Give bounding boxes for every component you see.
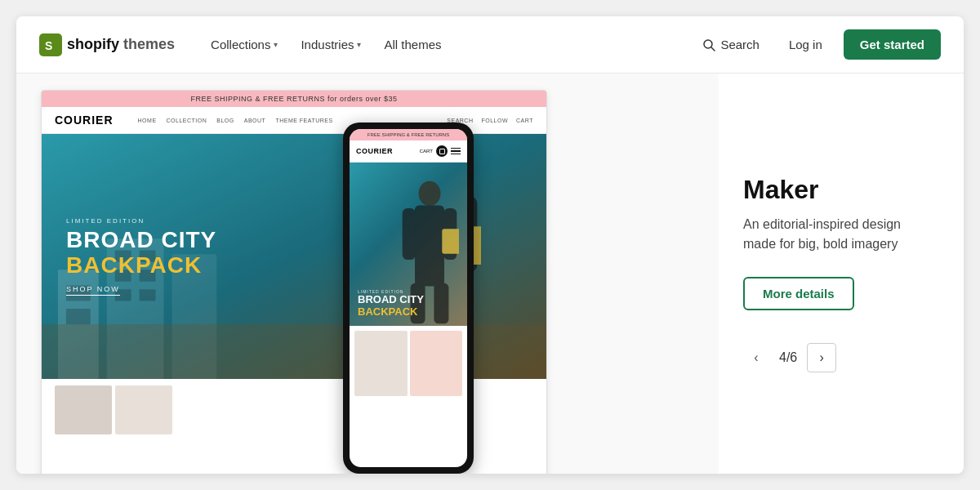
theme-description: An editorial-inspired design made for bi… — [743, 215, 931, 254]
mobile-edition-label: LIMITED EDITION — [358, 289, 424, 294]
theme-info-panel: Maker An editorial-inspired design made … — [719, 74, 964, 474]
pagination-prev-button[interactable]: ‹ — [743, 345, 769, 371]
search-icon — [702, 38, 715, 51]
svg-rect-29 — [434, 283, 448, 324]
mobile-hero: LIMITED EDITION BROAD CITY BACKPACK — [350, 163, 467, 326]
hero-edition-label: LIMITED EDITION — [66, 217, 216, 225]
mobile-banner: FREE SHIPPING & FREE RETURNS — [350, 129, 467, 140]
courier-logo: COURIER — [55, 114, 114, 127]
main-card: S shopify themes Collections ▾ Industrie… — [16, 16, 964, 474]
login-button[interactable]: Log in — [781, 33, 831, 56]
hero-shop-now[interactable]: SHOP NOW — [66, 285, 120, 296]
industries-nav-item[interactable]: Industries ▾ — [291, 31, 371, 58]
svg-rect-26 — [403, 208, 416, 260]
mobile-products-strip — [350, 326, 467, 401]
nav-links: Collections ▾ Industries ▾ All themes — [201, 31, 694, 58]
mobile-cart-circle — [436, 145, 448, 157]
mobile-screen: FREE SHIPPING & FREE RETURNS COURIER CAR… — [350, 129, 467, 467]
mobile-hero-text: LIMITED EDITION BROAD CITY BACKPACK — [358, 289, 424, 318]
navbar: S shopify themes Collections ▾ Industrie… — [16, 16, 964, 74]
nav-actions: Search Log in Get started — [694, 29, 941, 60]
industries-chevron-icon: ▾ — [357, 40, 361, 49]
svg-rect-25 — [415, 205, 444, 286]
main-content: FREE SHIPPING & FREE RETURNS for orders … — [16, 74, 964, 474]
pagination-info: 4/6 — [779, 350, 797, 365]
hero-product-title: BROAD CITY BACKPACK — [66, 228, 216, 278]
search-button[interactable]: Search — [694, 33, 768, 56]
brand-logo[interactable]: S shopify themes — [39, 33, 175, 56]
all-themes-nav-item[interactable]: All themes — [374, 31, 451, 58]
mobile-menu-icon[interactable] — [451, 148, 461, 155]
pagination-next-button[interactable]: › — [807, 343, 836, 372]
mobile-nav-right: CART — [420, 145, 461, 157]
svg-rect-30 — [442, 229, 459, 254]
pagination: ‹ 4/6 › — [743, 343, 931, 372]
get-started-button[interactable]: Get started — [844, 29, 941, 60]
product-thumb-2 — [115, 385, 172, 434]
mobile-courier-logo: COURIER — [356, 147, 393, 155]
courier-banner: FREE SHIPPING & FREE RETURNS for orders … — [42, 91, 546, 107]
mobile-product-title: BROAD CITY BACKPACK — [358, 294, 424, 318]
more-details-button[interactable]: More details — [743, 277, 854, 310]
collections-nav-item[interactable]: Collections ▾ — [201, 31, 287, 58]
hero-text: LIMITED EDITION BROAD CITY BACKPACK SHOP… — [66, 217, 216, 296]
svg-text:S: S — [45, 39, 52, 52]
svg-point-24 — [419, 181, 441, 207]
mobile-mockup: FREE SHIPPING & FREE RETURNS COURIER CAR… — [343, 122, 474, 474]
collections-chevron-icon: ▾ — [274, 40, 278, 49]
mobile-product-1 — [354, 331, 408, 396]
mobile-navbar: COURIER CART — [350, 140, 467, 163]
theme-name: Maker — [743, 175, 931, 205]
mobile-cart-icon — [439, 149, 445, 154]
product-thumb-1 — [55, 385, 112, 434]
svg-rect-6 — [66, 309, 91, 324]
theme-preview-area: FREE SHIPPING & FREE RETURNS for orders … — [16, 74, 719, 474]
svg-line-3 — [711, 47, 715, 51]
mobile-product-2 — [410, 331, 463, 396]
brand-name: shopify themes — [67, 36, 175, 53]
